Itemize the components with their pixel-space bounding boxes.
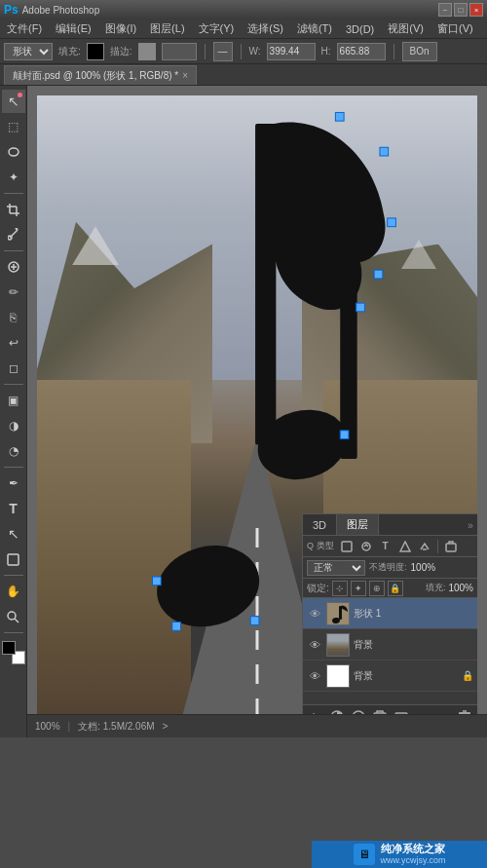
lock-all-btn[interactable]: 🔒 <box>388 581 403 596</box>
title-bar: Ps Adobe Photoshop − □ × <box>0 0 487 19</box>
svg-rect-30 <box>446 544 456 551</box>
new-group-btn[interactable] <box>442 538 460 555</box>
blur-tool-btn[interactable]: ◑ <box>2 414 25 437</box>
arrow-tool[interactable]: ↖ <box>2 90 25 113</box>
filter-text-btn[interactable]: T <box>377 538 394 555</box>
crop-tool-btn[interactable] <box>2 198 25 221</box>
height-label: H: <box>321 46 331 57</box>
svg-point-0 <box>9 148 19 156</box>
heal-brush-tool[interactable] <box>2 255 25 279</box>
minimize-button[interactable]: − <box>438 3 452 17</box>
lock-pixel-btn[interactable]: ✦ <box>351 581 366 596</box>
lock-label: 锁定: <box>307 582 329 595</box>
layer-visibility-white[interactable]: 👁 <box>307 668 322 684</box>
layers-panel: 3D 图层 » Q 类型 T <box>302 513 477 728</box>
fill-value: 100% <box>448 583 473 593</box>
road-center-line <box>256 523 259 718</box>
canvas-area: 3D 图层 » Q 类型 T <box>27 86 487 737</box>
doc-tab-bar: 颠封面.psd @ 100% (形状 1, RGB/8) * × <box>0 64 487 86</box>
text-tool-btn[interactable]: T <box>2 497 25 520</box>
status-separator: | <box>68 721 71 732</box>
lock-position-btn[interactable]: ⊹ <box>332 581 348 596</box>
watermark-url: www.ycwjsy.com <box>381 855 446 866</box>
layer-item-shape1[interactable]: 👁 形状 1 <box>303 598 477 629</box>
fill-label: 填充: <box>426 582 446 594</box>
brush-tool-btn[interactable]: ✏ <box>2 281 25 304</box>
menu-file[interactable]: 文件(F) <box>4 21 45 36</box>
stroke-value-input[interactable] <box>162 43 197 60</box>
filter-adjust-btn[interactable] <box>357 538 375 555</box>
doc-size: 文档: 1.5M/2.06M <box>78 720 154 734</box>
eraser-tool-btn[interactable]: ◻ <box>2 357 25 380</box>
title-bar-left: Ps Adobe Photoshop <box>4 3 99 17</box>
filter-smart-btn[interactable] <box>416 538 433 555</box>
status-arrow[interactable]: > <box>163 721 169 732</box>
lasso-tool[interactable] <box>2 140 25 164</box>
fill-color-swatch[interactable] <box>87 43 104 60</box>
layer-name-bg: 背景 <box>354 638 473 652</box>
quick-select-tool[interactable]: ✦ <box>2 166 25 189</box>
layer-lock-icon: 🔒 <box>462 670 473 681</box>
menu-edit[interactable]: 编辑(E) <box>53 21 94 36</box>
filter-pixel-btn[interactable] <box>338 538 356 555</box>
layer-visibility-shape1[interactable]: 👁 <box>307 606 322 622</box>
pen-tool-btn[interactable]: ✒ <box>2 472 25 495</box>
svg-line-13 <box>15 619 19 623</box>
watermark-icon: 🖥 <box>354 844 375 865</box>
menu-view[interactable]: 视图(V) <box>385 21 427 36</box>
menu-filter[interactable]: 滤镜(T) <box>294 21 335 36</box>
stroke-style-btn[interactable]: — <box>213 42 233 61</box>
toolbar: ↖ ⬚ ✦ ✏ ⎘ <box>0 86 27 737</box>
maximize-button[interactable]: □ <box>454 3 468 17</box>
kind-label: Q 类型 <box>307 540 334 552</box>
doc-tab[interactable]: 颠封面.psd @ 100% (形状 1, RGB/8) * × <box>4 65 197 85</box>
fill-label: 填充: <box>58 45 81 58</box>
eyedropper-tool-btn[interactable] <box>2 223 25 246</box>
gradient-tool-btn[interactable]: ▣ <box>2 389 25 412</box>
svg-line-7 <box>16 228 18 230</box>
panel-collapse-btn[interactable]: » <box>464 514 477 536</box>
panel-tabs: 3D 图层 » <box>303 514 477 536</box>
filter-shape-btn[interactable] <box>396 538 414 555</box>
hand-tool-btn[interactable]: ✋ <box>2 580 25 603</box>
title-bar-title: Adobe Photoshop <box>22 5 100 16</box>
width-input[interactable] <box>267 43 316 60</box>
shape-tool-btn[interactable] <box>2 547 25 571</box>
path-select-btn[interactable]: ↖ <box>2 522 25 546</box>
menu-3d[interactable]: 3D(D) <box>343 23 377 35</box>
color-swatches <box>2 641 25 664</box>
rect-marquee-tool[interactable]: ⬚ <box>2 115 25 138</box>
doc-tab-close[interactable]: × <box>182 70 188 81</box>
history-brush-tool[interactable]: ↩ <box>2 331 25 355</box>
clone-stamp-tool[interactable]: ⎘ <box>2 306 25 329</box>
layer-visibility-bg[interactable]: 👁 <box>307 637 322 653</box>
layer-item-white[interactable]: 👁 背景 🔒 <box>303 660 477 692</box>
lock-row: 锁定: ⊹ ✦ ⊕ 🔒 填充: 100% <box>303 579 477 598</box>
bon-btn[interactable]: BOn <box>402 42 437 61</box>
layer-item-bg[interactable]: 👁 背景 <box>303 629 477 660</box>
menu-window[interactable]: 窗口(V) <box>434 21 476 36</box>
shape-dropdown[interactable]: 形状 <box>4 43 53 60</box>
tab-3d[interactable]: 3D <box>303 514 337 535</box>
menu-image[interactable]: 图像(I) <box>102 21 139 36</box>
menu-select[interactable]: 选择(S) <box>244 21 286 36</box>
zoom-tool-btn[interactable] <box>2 605 25 628</box>
layer-thumb-bg <box>326 633 350 657</box>
lock-move-btn[interactable]: ⊕ <box>369 581 385 596</box>
panel-kind-toolbar: Q 类型 T <box>303 536 477 557</box>
dodge-tool-btn[interactable]: ◔ <box>2 439 25 463</box>
tab-layers[interactable]: 图层 <box>337 514 379 535</box>
fg-color-swatch[interactable] <box>2 641 16 655</box>
layer-name-white: 背景 <box>354 669 458 683</box>
blend-mode-select[interactable]: 正常 <box>307 560 365 576</box>
close-button[interactable]: × <box>469 3 483 17</box>
layer-blend-options: 正常 不透明度: 100% <box>303 557 477 579</box>
stroke-label: 描边: <box>110 45 132 58</box>
stroke-swatch[interactable] <box>138 43 156 60</box>
height-input[interactable] <box>337 43 386 60</box>
opacity-label: 不透明度: <box>369 561 407 574</box>
ps-icon: Ps <box>4 3 19 17</box>
menu-text[interactable]: 文字(Y) <box>196 21 238 36</box>
menu-layer[interactable]: 图层(L) <box>147 21 187 36</box>
menu-bar: 文件(F) 编辑(E) 图像(I) 图层(L) 文字(Y) 选择(S) 滤镜(T… <box>0 19 487 39</box>
